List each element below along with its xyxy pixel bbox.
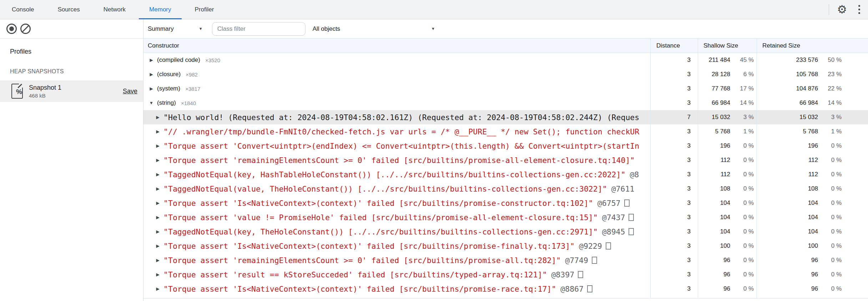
object-scope-select[interactable]: All objects ▼ bbox=[313, 25, 435, 33]
table-row-string[interactable]: ▶"Hello world! (Requested at: 2024-08-19… bbox=[143, 110, 868, 124]
expand-arrow-icon[interactable]: ▶ bbox=[148, 58, 154, 63]
instance-count: ×3520 bbox=[205, 57, 220, 63]
object-id: @9229 bbox=[579, 242, 602, 251]
column-separator[interactable] bbox=[650, 39, 651, 298]
column-header-distance[interactable]: Distance bbox=[650, 42, 698, 49]
collapse-arrow-icon[interactable]: ▼ bbox=[148, 100, 154, 105]
devtools-window: Console Sources Network Memory Profiler … bbox=[0, 0, 868, 301]
perspective-select[interactable]: Summary ▼ bbox=[148, 25, 203, 33]
class-filter-input[interactable] bbox=[212, 22, 306, 36]
expand-arrow-icon[interactable]: ▶ bbox=[155, 215, 161, 220]
retained-size-value: 104 bbox=[808, 199, 818, 207]
shallow-size-percent: 0 % bbox=[734, 171, 754, 178]
expand-arrow-icon[interactable]: ▶ bbox=[155, 229, 161, 234]
retained-size-value: 104 bbox=[808, 214, 818, 221]
table-row-string[interactable]: ▶"Torque assert 'Is<NativeContext>(conte… bbox=[143, 239, 868, 253]
retained-size-value: 112 bbox=[808, 171, 818, 178]
tab-profiler[interactable]: Profiler bbox=[183, 0, 226, 19]
record-heap-snapshot-icon[interactable] bbox=[6, 24, 17, 34]
constructor-cell: ▶"TaggedNotEqual(key, TheHoleConstant())… bbox=[143, 227, 650, 236]
object-glyph-icon bbox=[624, 199, 630, 207]
column-header-retained-size[interactable]: Retained Size bbox=[757, 42, 868, 49]
distance-value: 3 bbox=[650, 271, 698, 278]
clear-profiles-icon[interactable] bbox=[20, 24, 31, 34]
chevron-down-icon: ▼ bbox=[431, 27, 435, 31]
shallow-size-value: 96 bbox=[723, 285, 730, 292]
constructor-cell: ▶"Hello world! (Requested at: 2024-08-19… bbox=[143, 113, 650, 122]
shallow-size-percent: 6 % bbox=[734, 71, 754, 78]
expand-arrow-icon[interactable]: ▶ bbox=[155, 186, 161, 191]
shallow-size-cell: 1120 % bbox=[698, 157, 757, 164]
expand-arrow-icon[interactable]: ▶ bbox=[148, 72, 154, 77]
table-row-category[interactable]: ▼(string)×1840366 98414 %66 98414 % bbox=[143, 96, 868, 110]
expand-arrow-icon[interactable]: ▶ bbox=[155, 201, 161, 206]
shallow-size-value: 96 bbox=[723, 271, 730, 278]
expand-arrow-icon[interactable]: ▶ bbox=[155, 143, 161, 148]
expand-arrow-icon[interactable]: ▶ bbox=[155, 286, 161, 291]
save-link[interactable]: Save bbox=[123, 88, 137, 95]
shallow-size-cell: 1040 % bbox=[698, 228, 757, 235]
table-row-string[interactable]: ▶"// .wrangler/tmp/bundle-FmNIt0/checked… bbox=[143, 124, 868, 139]
table-row-string[interactable]: ▶"Torque assert 'remainingElementsCount … bbox=[143, 253, 868, 267]
shallow-size-value: 77 768 bbox=[712, 85, 730, 92]
constructor-cell: ▶"Torque assert 'Is<NativeContext>(conte… bbox=[143, 199, 650, 208]
table-row-string[interactable]: ▶"TaggedNotEqual(key, TheHoleConstant())… bbox=[143, 224, 868, 239]
table-row-category[interactable]: ▶(closure)×982328 1286 %105 76823 % bbox=[143, 67, 868, 82]
tab-sources[interactable]: Sources bbox=[46, 0, 91, 19]
table-row-string[interactable]: ▶"TaggedNotEqual(key, HashTableHoleConst… bbox=[143, 167, 868, 182]
tab-console[interactable]: Console bbox=[0, 0, 46, 19]
distance-value: 3 bbox=[650, 142, 698, 149]
expand-arrow-icon[interactable]: ▶ bbox=[155, 272, 161, 277]
more-options-icon[interactable] bbox=[856, 4, 862, 15]
instance-count: ×982 bbox=[186, 71, 198, 78]
retained-size-cell: 15 0323 % bbox=[757, 114, 868, 121]
column-separator[interactable] bbox=[757, 39, 757, 298]
retained-size-cell: 1120 % bbox=[757, 171, 868, 178]
shallow-size-value: 112 bbox=[721, 171, 730, 178]
table-row-string[interactable]: ▶"Torque assert 'Convert<uintptr>(endInd… bbox=[143, 139, 868, 153]
expand-arrow-icon[interactable]: ▶ bbox=[155, 258, 161, 263]
settings-gear-icon[interactable]: ⚙ bbox=[837, 4, 847, 15]
table-row-string[interactable]: ▶"TaggedNotEqual(value, TheHoleConstant(… bbox=[143, 182, 868, 196]
constructor-label: "TaggedNotEqual(key, TheHoleConstant()) … bbox=[163, 227, 598, 236]
shallow-size-percent: 0 % bbox=[734, 142, 754, 149]
table-row-string[interactable]: ▶"Torque assert 'Is<NativeContext>(conte… bbox=[143, 282, 868, 296]
table-row-string[interactable]: ▶"Torque assert 'result == kStoreSuccede… bbox=[143, 267, 868, 282]
retained-size-value: 96 bbox=[811, 285, 818, 292]
distance-value: 3 bbox=[650, 171, 698, 178]
column-separator[interactable] bbox=[698, 39, 698, 298]
expand-arrow-icon[interactable]: ▶ bbox=[155, 129, 161, 134]
constructor-cell: ▶"Torque assert 'Convert<uintptr>(endInd… bbox=[143, 142, 650, 150]
constructor-label: "Torque assert 'result == kStoreSucceded… bbox=[163, 270, 547, 279]
snapshot-item[interactable]: % Snapshot 1 468 kB Save bbox=[0, 80, 143, 102]
constructor-cell: ▶"// .wrangler/tmp/bundle-FmNIt0/checked… bbox=[143, 127, 650, 136]
object-glyph-icon bbox=[592, 257, 597, 264]
retained-size-percent: 1 % bbox=[822, 128, 842, 135]
retained-size-value: 96 bbox=[811, 271, 818, 278]
shallow-size-percent: 3 % bbox=[734, 114, 754, 121]
column-header-constructor[interactable]: Constructor bbox=[143, 42, 650, 49]
table-row-string[interactable]: ▶"Torque assert 'remainingElementsCount … bbox=[143, 153, 868, 167]
column-header-shallow-size[interactable]: Shallow Size bbox=[698, 42, 757, 49]
expand-arrow-icon[interactable]: ▶ bbox=[155, 158, 161, 163]
shallow-size-percent: 0 % bbox=[734, 199, 754, 207]
tab-memory[interactable]: Memory bbox=[137, 0, 183, 19]
expand-arrow-icon[interactable]: ▶ bbox=[155, 115, 161, 120]
table-row-string[interactable]: ▶"Torque assert 'value != PromiseHole' f… bbox=[143, 210, 868, 224]
heap-snapshots-section-label: HEAP SNAPSHOTS bbox=[10, 68, 143, 75]
expand-arrow-icon[interactable]: ▶ bbox=[155, 172, 161, 177]
heap-snapshot-grid: Constructor Distance Shallow Size Retain… bbox=[143, 39, 868, 301]
expand-arrow-icon[interactable]: ▶ bbox=[148, 86, 154, 91]
tab-network[interactable]: Network bbox=[92, 0, 137, 19]
constructor-label: "Torque assert 'Is<NativeContext>(contex… bbox=[163, 199, 593, 208]
expand-arrow-icon[interactable]: ▶ bbox=[155, 243, 161, 248]
constructor-label: (system) bbox=[157, 85, 180, 92]
constructor-cell: ▶"Torque assert 'remainingElementsCount … bbox=[143, 156, 650, 165]
shallow-size-value: 96 bbox=[723, 257, 730, 264]
shallow-size-cell: 960 % bbox=[698, 271, 757, 278]
table-row-category[interactable]: ▶(compiled code)×35203211 48445 %233 576… bbox=[143, 53, 868, 67]
shallow-size-cell: 77 76817 % bbox=[698, 85, 757, 92]
table-row-category[interactable]: ▶(system)×3817377 76817 %104 87622 % bbox=[143, 82, 868, 96]
table-row-string[interactable]: ▶"Torque assert 'Is<NativeContext>(conte… bbox=[143, 196, 868, 210]
retained-size-percent: 0 % bbox=[822, 185, 842, 192]
